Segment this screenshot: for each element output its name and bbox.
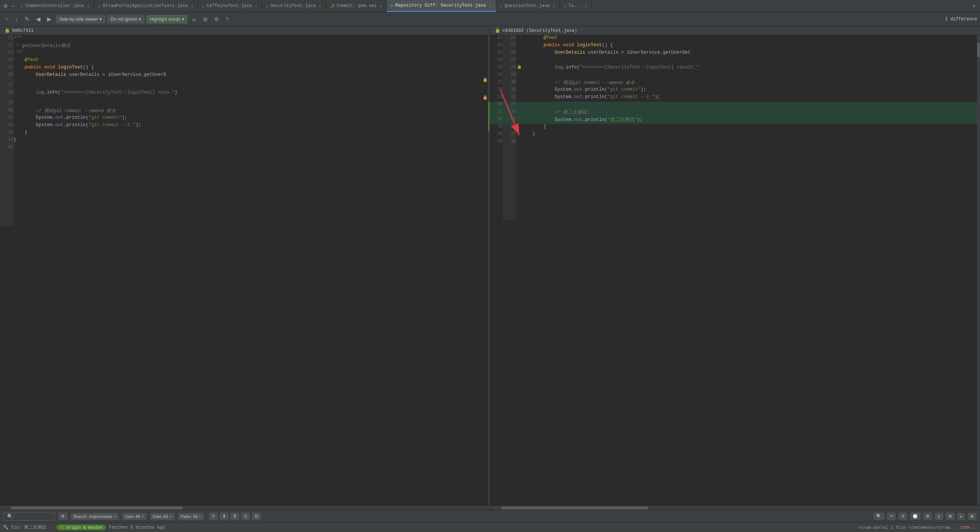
line-number-left: 35 <box>490 139 503 146</box>
line-number-left <box>490 146 503 220</box>
settings-diff-icon[interactable]: ⚌ <box>189 15 199 23</box>
line-number-left: 28 <box>490 87 503 94</box>
diff-pane-left[interactable]: 21 /** 22 * getUserDetails测试 23 */ 24 @T… <box>0 35 488 505</box>
tab-close[interactable]: ✕ <box>488 3 492 8</box>
table-row: 26 UserDetails userDetails = iUserServic… <box>0 72 488 83</box>
date-filter-btn[interactable]: Date: All ÷ <box>150 513 174 520</box>
tab-security[interactable]: ☕ SecurityTest.java ✕ <box>262 0 326 12</box>
merge-btn[interactable]: ⊕ <box>923 513 932 520</box>
search-right-btn[interactable]: 🔍 <box>874 513 884 520</box>
line-number: 28 <box>0 90 13 100</box>
line-content: log.info("=======>[SecurityTest::loginTe… <box>13 90 488 100</box>
tab-close[interactable]: ✕ <box>86 4 90 8</box>
line-number-right: 28 <box>503 65 516 72</box>
line-number-right: 30 <box>503 79 516 87</box>
line-number: 22 <box>0 43 13 50</box>
right-commit-info: c6481882 (SecurityTest.java) <box>503 28 578 33</box>
filter-btn[interactable]: ⧖ <box>935 513 943 520</box>
tab-question[interactable]: ☕ QuestionTest.java ✕ <box>496 0 560 12</box>
line-number-left: 23 <box>490 50 503 57</box>
table-row: 23 */ <box>0 50 488 57</box>
mini-scrollbar[interactable] <box>977 35 980 505</box>
line-content: public void loginTest() { <box>13 65 488 72</box>
gear-icon[interactable]: ⚙ <box>212 15 221 23</box>
side-by-side-icon[interactable]: ⊞ <box>201 15 210 23</box>
viewer-mode-btn[interactable]: Side-by-side viewer ▾ <box>56 15 105 23</box>
user-filter-btn[interactable]: User: All ÷ <box>123 513 146 520</box>
search-bar[interactable]: 🔍 <box>4 512 55 521</box>
date-filter-label: Date: All <box>153 514 168 519</box>
clock-btn[interactable]: 🕐 <box>910 513 920 520</box>
tab-diff-icon: ⊕ <box>390 3 393 8</box>
forward-btn[interactable]: ↷ <box>887 513 896 520</box>
diff-toolbar: ↑ ↓ ✎ ◀ ▶ Side-by-side viewer ▾ Do not i… <box>0 12 980 26</box>
tab-commentcontroller[interactable]: ☕ CommentController.java ✕ <box>17 0 94 12</box>
minimize-btn[interactable]: — <box>10 2 17 10</box>
push-pull-btn[interactable]: ⇅ <box>231 513 239 520</box>
tab-close[interactable]: ✕ <box>318 4 322 8</box>
table-row: 28 log.info("=======>[SecurityTest::logi… <box>0 90 488 100</box>
table-row: 21 24 @Test <box>490 35 977 43</box>
left-hscroll[interactable] <box>0 506 490 510</box>
line-number: 25 <box>0 65 13 72</box>
table-row: 31 34 // 第二次测试 <box>490 109 977 116</box>
line-number-right: 35 <box>503 116 516 124</box>
tab-repo-diff[interactable]: ⊕ Repository Diff: SecurityTest.java ✕ <box>387 0 496 12</box>
line-content <box>13 83 488 90</box>
tab-commit-pom[interactable]: ⎇ Commit: pom.xml ✕ <box>326 0 387 12</box>
nav-up-btn[interactable]: ↑ <box>3 15 10 24</box>
right-hscroll[interactable] <box>490 506 980 510</box>
paths-filter-btn[interactable]: Paths: All ÷ <box>178 513 204 520</box>
nav-down-btn[interactable]: ↓ <box>13 15 20 24</box>
line-number-right: 31 <box>503 87 516 94</box>
settings-bottom-icon[interactable]: ⚙ <box>59 513 67 520</box>
tab-strawportal[interactable]: ☕ StrawPortalApplicationTests.java ✕ <box>94 0 198 12</box>
tab-close[interactable]: ✕ <box>584 4 588 8</box>
diff-pane-right[interactable]: 21 24 @Test 22 25 public void loginTest(… <box>490 35 977 505</box>
tab-overflow-icon[interactable]: ▾ <box>973 3 975 9</box>
ignore-mode-btn[interactable]: Do not ignore ▾ <box>107 15 144 23</box>
history-btn[interactable]: ⊙ <box>241 513 250 520</box>
help-icon[interactable]: ? <box>224 15 231 23</box>
branch-info: 🌿 origin & master fanzhen 5 minutes ago <box>57 525 165 530</box>
fetch-btn[interactable]: ⬇ <box>220 513 228 520</box>
table-row: 27 30 // 测试git commit --amend 命令 <box>490 79 977 87</box>
line-content: log.info("=======>[SecurityTest::loginTe… <box>533 65 977 72</box>
tab-close[interactable]: ✕ <box>379 4 383 8</box>
table-row: 34 37 } <box>490 131 977 139</box>
nav-fwd-btn[interactable]: ▶ <box>45 14 54 24</box>
line-content <box>533 139 977 146</box>
settings-icon-btn[interactable]: ⚙ <box>2 1 10 11</box>
annotate-btn[interactable]: ✎ <box>22 14 32 24</box>
search-input[interactable] <box>14 514 51 519</box>
tab-ta[interactable]: ☕ Ta... ✕ <box>560 0 592 12</box>
lines-icon[interactable]: ≡ <box>958 513 965 520</box>
tab-caffeine[interactable]: ☕ CaffeineTest.java ✕ <box>198 0 262 12</box>
line-number-left: 29 <box>490 94 503 102</box>
table-row: 35 38 <box>490 139 977 146</box>
table-row: 32 35 System.out.println("第二次测试"); <box>490 116 977 124</box>
line-number: 24 <box>0 57 13 65</box>
nav-back-btn[interactable]: ◀ <box>34 14 43 24</box>
tab-java-icon: ☕ <box>564 4 566 8</box>
line-number-left: 21 <box>490 35 503 43</box>
tab-label: StrawPortalApplicationTests.java <box>102 3 188 8</box>
table-row <box>490 146 977 220</box>
columns-btn[interactable]: ⊞ <box>946 513 955 520</box>
line-number-right: 33 <box>503 102 516 109</box>
branch-filter-btn[interactable]: Branch: origin/master ÷ <box>71 513 119 520</box>
table-row: 24 27 <box>490 57 977 65</box>
diff-header: 🔒 0d8c7411 🔒 c6481882 (SecurityTest.java… <box>0 26 980 35</box>
line-content: @Test <box>13 57 488 65</box>
fix-icon: 🔧 <box>3 525 8 530</box>
refresh-btn[interactable]: ↻ <box>209 513 218 520</box>
tab-close[interactable]: ✕ <box>254 4 258 8</box>
line-content: UserDetails userDetails = iUserService.g… <box>13 72 488 83</box>
change-indicator: 🔒 <box>516 65 522 69</box>
more-btn[interactable]: ≣ <box>968 513 976 520</box>
tab-close[interactable]: ✕ <box>190 4 194 8</box>
tab-close[interactable]: ✕ <box>552 4 556 8</box>
shelf-btn[interactable]: ⊟ <box>252 513 261 520</box>
highlight-words-btn[interactable]: Highlight words ▾ <box>146 15 187 23</box>
undo-btn[interactable]: ↺ <box>899 513 907 520</box>
